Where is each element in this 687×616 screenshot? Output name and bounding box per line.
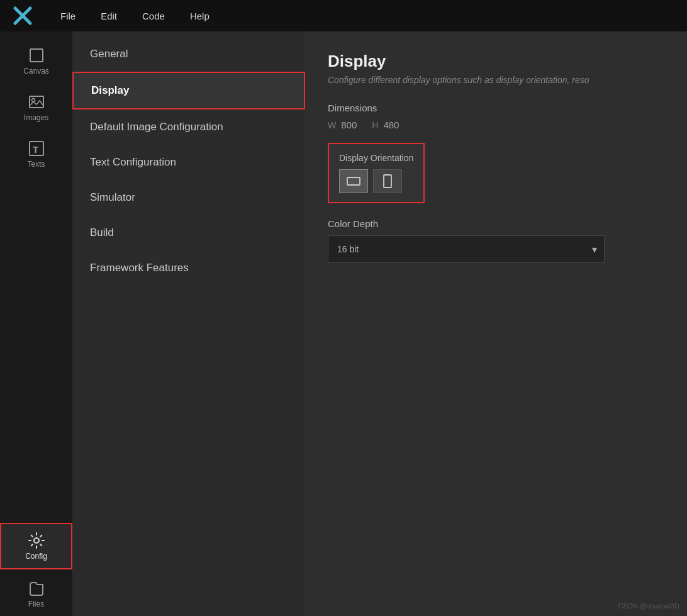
files-icon [28, 580, 45, 597]
nav-default-image-cfg[interactable]: Default Image Configuration [72, 109, 305, 145]
sidebar-label-canvas: Canvas [23, 67, 49, 76]
menu-help[interactable]: Help [185, 8, 215, 24]
sidebar-label-texts: Texts [27, 160, 45, 169]
nav-general[interactable]: General [72, 36, 305, 72]
menu-code[interactable]: Code [137, 8, 170, 24]
landscape-button[interactable] [339, 169, 368, 193]
dimensions-label: Dimensions [328, 103, 664, 113]
w-label: W [328, 120, 336, 130]
h-value: 480 [383, 120, 399, 130]
nav-display[interactable]: Display [72, 72, 305, 109]
color-depth-wrapper: 1 bit 8 bit 16 bit 24 bit 32 bit [328, 235, 605, 263]
svg-rect-4 [30, 96, 43, 108]
nav-simulator[interactable]: Simulator [72, 180, 305, 215]
menubar: File Edit Code Help [0, 0, 687, 31]
h-label: H [372, 120, 378, 130]
nav-panel: General Display Default Image Configurat… [72, 31, 305, 616]
color-depth-label: Color Depth [328, 218, 664, 229]
content-area: Display Configure different display opti… [305, 31, 687, 616]
width-field: W 800 [328, 120, 357, 130]
watermark: CSDN @shadow3D [618, 602, 679, 610]
menu-edit[interactable]: Edit [96, 8, 122, 24]
images-icon [28, 93, 45, 111]
nav-text-configuration[interactable]: Text Configuration [72, 145, 305, 180]
portrait-button[interactable] [373, 169, 402, 193]
svg-text:T: T [33, 144, 38, 155]
icon-sidebar: Canvas Images T Texts Conf [0, 31, 72, 616]
svg-rect-3 [30, 49, 43, 62]
app-logo [10, 3, 35, 28]
page-subtitle: Configure different display options such… [328, 75, 664, 85]
sidebar-item-files[interactable]: Files [0, 572, 72, 616]
config-icon [28, 532, 45, 549]
canvas-icon [28, 47, 45, 64]
portrait-icon [381, 174, 394, 188]
landscape-icon [347, 174, 360, 188]
height-field: H 480 [372, 120, 399, 130]
orientation-box: Display Orientation [328, 143, 425, 203]
sidebar-item-texts[interactable]: T Texts [0, 132, 72, 176]
svg-rect-9 [347, 177, 360, 185]
color-depth-section: Color Depth 1 bit 8 bit 16 bit 24 bit 32… [328, 218, 664, 263]
dimensions-row: W 800 H 480 [328, 120, 664, 130]
main-area: Canvas Images T Texts Conf [0, 31, 687, 616]
color-depth-select[interactable]: 1 bit 8 bit 16 bit 24 bit 32 bit [328, 235, 605, 263]
sidebar-item-images[interactable]: Images [0, 86, 72, 130]
svg-point-5 [31, 99, 35, 102]
svg-rect-10 [384, 175, 391, 188]
texts-icon: T [28, 140, 45, 157]
sidebar-label-files: Files [28, 600, 44, 608]
sidebar-item-config[interactable]: Config [0, 523, 72, 569]
sidebar-item-canvas[interactable]: Canvas [0, 39, 72, 83]
orientation-buttons [339, 169, 413, 193]
nav-build[interactable]: Build [72, 215, 305, 250]
orientation-label: Display Orientation [339, 153, 413, 163]
svg-point-8 [34, 538, 39, 543]
sidebar-label-config: Config [25, 552, 47, 561]
page-title: Display [328, 52, 664, 71]
sidebar-label-images: Images [24, 113, 48, 122]
nav-framework-features[interactable]: Framework Features [72, 250, 305, 286]
w-value: 800 [341, 120, 357, 130]
menu-file[interactable]: File [55, 8, 81, 24]
